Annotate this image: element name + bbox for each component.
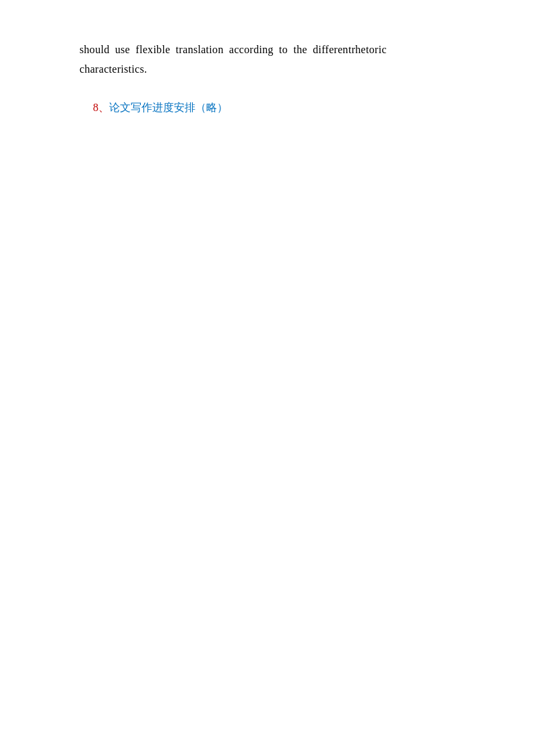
section-title: 论文写作进度安排（略） — [109, 102, 228, 113]
section-separator: 、 — [98, 102, 109, 113]
section-number: 8 — [93, 102, 98, 113]
page: should use flexible translation accordin… — [0, 0, 535, 756]
paragraph-text-line1: should use flexible translation accordin… — [80, 44, 387, 55]
section-8-heading: 8、论文写作进度安排（略） — [93, 98, 481, 118]
main-paragraph: should use flexible translation accordin… — [80, 40, 481, 79]
paragraph-text-line2: characteristics. — [80, 63, 147, 75]
